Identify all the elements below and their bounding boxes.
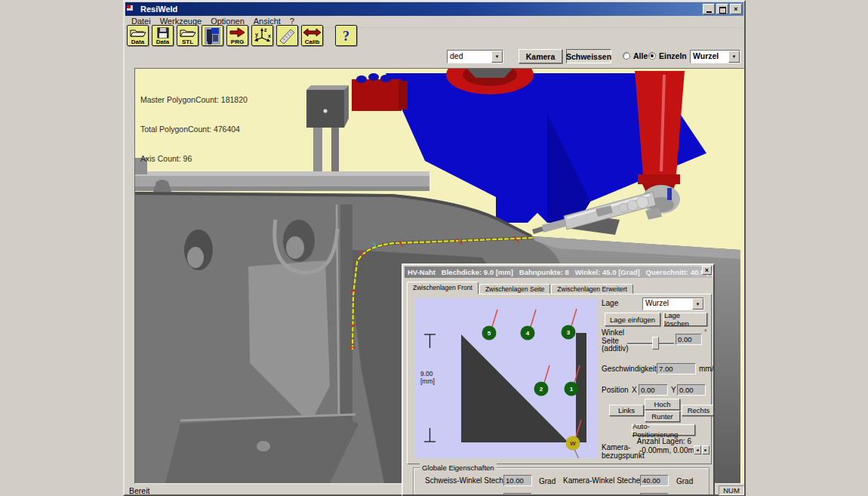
radio-einzeln[interactable]: Einzeln <box>648 51 687 60</box>
svg-text:y: y <box>255 32 258 38</box>
app-icon <box>127 5 137 14</box>
dialog-close-button[interactable]: × <box>702 266 712 275</box>
schweiss-winkel-field[interactable]: 10.00 <box>503 475 532 486</box>
restore-button[interactable] <box>716 4 728 14</box>
lage-einfuegen-button[interactable]: Lage einfügen <box>605 313 660 326</box>
winkel-slider-thumb[interactable] <box>652 337 659 350</box>
kamera-bezugspunkt-label: Kamera- bezugspunkt <box>602 444 645 460</box>
thickness-value: 9.00 <box>420 370 433 377</box>
rechts-button[interactable]: Rechts <box>682 405 715 416</box>
radio-alle[interactable]: Alle <box>623 51 648 60</box>
window-title: ResiWeld <box>140 5 701 14</box>
links-button[interactable]: Links <box>609 405 644 416</box>
close-button[interactable]: × <box>730 4 742 14</box>
viewport-stats: Master PolygonCount: 181820 Total Polygo… <box>140 75 248 183</box>
position-label: Position <box>602 387 629 395</box>
toolbar-measure-button[interactable] <box>276 25 298 46</box>
dialog-title: HV-Naht Blechdicke: 9.0 [mm] Bahnpunkte:… <box>408 268 715 276</box>
toolbar-axes-button[interactable]: z x y <box>251 25 273 46</box>
lage-label: Lage <box>602 300 618 308</box>
robot-icon <box>202 26 223 46</box>
position-x-label: X <box>632 387 637 395</box>
title-bar: ResiWeld × <box>125 2 743 16</box>
dialog-tabs: Zwischenlagen Front Zwischenlagen Seite … <box>407 281 634 294</box>
geschwindigkeit-field[interactable]: 7.00 <box>657 363 696 374</box>
coordinate-axes-icon: z x y <box>252 26 272 46</box>
toolbar: Data Data STL <box>127 25 357 48</box>
hv-naht-dialog: HV-Naht Blechdicke: 9.0 [mm] Bahnpunkte:… <box>402 263 715 496</box>
schweiss-winkel-unit: Grad <box>539 478 556 486</box>
globale-eigenschaften-group: Globale Eigenschaften Schweiss-Winkel St… <box>413 467 709 496</box>
auto-positionierung-button[interactable]: Auto-Positionierung <box>632 424 695 436</box>
toolbar-calibrate-button[interactable]: Calib <box>301 25 323 46</box>
master-polygon-count: Master PolygonCount: 181820 <box>140 95 248 105</box>
radio-alle-label: Alle <box>633 51 648 60</box>
schweiss-winkel-label: Schweiss-Winkel Stechend <box>425 477 516 485</box>
toolbar-open-data-button[interactable]: Data <box>127 25 149 46</box>
close-icon: × <box>734 5 737 13</box>
position-y-field[interactable]: 0.00 <box>677 384 706 396</box>
schweiss-winkel-field-2[interactable] <box>503 493 532 496</box>
schweissen-toggle[interactable]: Schweissen <box>566 49 611 63</box>
mode-select-value: ded <box>448 51 491 63</box>
layer-select-value: Wurzel <box>691 51 728 63</box>
toolbar-save-data-button[interactable]: Data <box>152 25 174 46</box>
layer-select[interactable]: Wurzel ▼ <box>690 50 740 63</box>
thickness-unit: [mm] <box>420 377 435 385</box>
chevron-down-icon[interactable]: ▼ <box>728 51 740 63</box>
hoch-button[interactable]: Hoch <box>645 399 680 410</box>
winkel-unit: ° <box>704 328 707 337</box>
status-text: Bereit <box>129 486 149 495</box>
weld-layer-diagram[interactable]: 9.00 [mm] 54321W <box>415 298 597 458</box>
tab-zwischenlagen-erweitert[interactable]: Zwischenlagen Erweitert <box>551 284 633 294</box>
kamera-winkel-field-2[interactable] <box>640 493 669 496</box>
toolbar-open-stl-button[interactable]: STL <box>177 25 199 46</box>
left-arrow-icon: ◄ <box>695 448 699 452</box>
camera-ref-decrement-button[interactable]: ◄ <box>694 445 701 454</box>
position-y-label: Y <box>671 387 676 395</box>
geschwindigkeit-unit: mm/s <box>699 365 715 374</box>
svg-text:z: z <box>264 27 267 32</box>
lage-select[interactable]: Wurzel ▼ <box>642 297 704 310</box>
radio-einzeln-label: Einzeln <box>659 51 687 60</box>
toolbar-help-button[interactable]: ? <box>335 25 357 46</box>
runter-button[interactable]: Runter <box>645 411 680 422</box>
close-icon: × <box>705 266 709 274</box>
kamera-winkel-label: Kamera-Winkel Stechend <box>563 477 648 485</box>
minimize-button[interactable] <box>703 4 715 14</box>
svg-text:?: ? <box>343 29 349 44</box>
chevron-down-icon[interactable]: ▼ <box>692 298 703 310</box>
camera-ref-increment-button[interactable]: ► <box>702 445 709 454</box>
weld-point-label: W <box>570 440 576 447</box>
radio-alle-circle[interactable] <box>623 52 630 60</box>
geschwindigkeit-label: Geschwindigkeit <box>602 365 657 374</box>
toolbar-robot-view-button[interactable] <box>202 25 223 46</box>
mode-select[interactable]: ded ▼ <box>447 50 503 63</box>
tab-zwischenlagen-seite[interactable]: Zwischenlagen Seite <box>479 284 550 294</box>
lage-loeschen-button[interactable]: Lage löschen <box>663 313 707 326</box>
kamera-bezugspunkt-value: -0.00mm, 0.00mm <box>639 447 700 455</box>
lage-select-value: Wurzel <box>643 298 692 310</box>
question-mark-icon: ? <box>336 26 356 46</box>
radio-einzeln-circle[interactable] <box>648 52 656 60</box>
winkel-value-field[interactable]: 0.00 <box>676 334 702 345</box>
ruler-icon <box>277 26 297 46</box>
restore-icon <box>719 7 726 14</box>
svg-text:x: x <box>268 33 271 39</box>
kamera-button[interactable]: Kamera <box>519 49 562 63</box>
axis-count: Axis Count: 96 <box>140 154 248 164</box>
minimize-icon <box>706 6 712 13</box>
kamera-winkel-unit: Grad <box>676 478 693 486</box>
winkel-seite-label: Winkel Seite (additiv) <box>602 329 629 353</box>
chevron-down-icon[interactable]: ▼ <box>491 51 503 63</box>
dialog-title-bar: HV-Naht Blechdicke: 9.0 [mm] Bahnpunkte:… <box>405 266 712 278</box>
tab-zwischenlagen-front[interactable]: Zwischenlagen Front <box>407 282 479 294</box>
weld-point-label: 5 <box>488 330 491 337</box>
position-x-field[interactable]: 0.00 <box>639 384 668 396</box>
weld-point-label: 1 <box>570 386 574 393</box>
num-lock-indicator: NUM <box>719 485 744 495</box>
kamera-winkel-field[interactable]: 40.00 <box>640 475 669 486</box>
winkel-slider-track[interactable] <box>627 343 674 345</box>
right-arrow-icon: ► <box>703 448 707 452</box>
toolbar-program-button[interactable]: PRG <box>226 25 248 46</box>
